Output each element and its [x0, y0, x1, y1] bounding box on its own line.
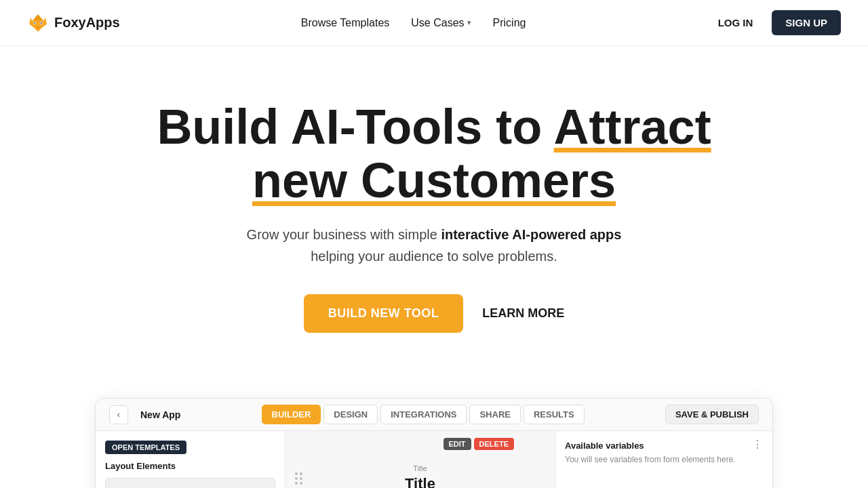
center-panel: EDIT DELETE Title Title 👆: [285, 431, 555, 488]
save-publish-button[interactable]: SAVE & PUBLISH: [665, 405, 759, 424]
fox-logo-icon: [27, 12, 49, 34]
tab-integrations[interactable]: INTEGRATIONS: [380, 405, 467, 424]
app-tabs: BUILDER DESIGN INTEGRATIONS SHARE RESULT…: [194, 405, 652, 424]
nav-actions: LOG IN SIGN UP: [707, 10, 841, 35]
delete-button[interactable]: DELETE: [474, 438, 514, 450]
title-block: Title Title: [405, 464, 435, 488]
nav-link-use-cases[interactable]: Use Cases ▾: [411, 17, 471, 29]
left-panel: OPEN TEMPLATES Layout Elements: [96, 431, 285, 488]
edit-button[interactable]: EDIT: [443, 438, 471, 450]
signup-button[interactable]: SIGN UP: [772, 10, 841, 35]
logo-text: FoxyApps: [54, 15, 120, 30]
title-value-text: Title: [405, 475, 435, 488]
app-title: New App: [140, 409, 180, 420]
learn-more-button[interactable]: LEARN MORE: [482, 306, 564, 321]
hero-subtitle: Grow your business with simple interacti…: [27, 224, 841, 267]
tab-share[interactable]: SHARE: [469, 405, 521, 424]
drag-handle[interactable]: [295, 472, 302, 485]
more-options-icon[interactable]: ⋮: [752, 438, 763, 451]
navbar: FoxyApps Browse Templates Use Cases ▾ Pr…: [0, 0, 868, 46]
right-panel: ⋮ Available variables You will see varia…: [555, 431, 772, 488]
nav-link-pricing[interactable]: Pricing: [493, 17, 526, 29]
login-button[interactable]: LOG IN: [707, 12, 764, 34]
layout-elements-label: Layout Elements: [105, 461, 275, 471]
back-button[interactable]: ‹: [109, 405, 128, 424]
app-preview: ‹ New App BUILDER DESIGN INTEGRATIONS SH…: [95, 398, 773, 488]
edit-delete-bar: EDIT DELETE: [443, 438, 514, 450]
hero-buttons: BUILD NEW TOOL LEARN MORE: [27, 294, 841, 333]
title-label-text: Title: [405, 464, 435, 472]
logo[interactable]: FoxyApps: [27, 12, 120, 34]
search-input[interactable]: [105, 478, 275, 488]
build-new-tool-button[interactable]: BUILD NEW TOOL: [304, 294, 464, 333]
svg-marker-2: [38, 14, 43, 21]
nav-link-browse-templates[interactable]: Browse Templates: [301, 17, 389, 29]
tab-results[interactable]: RESULTS: [524, 405, 585, 424]
open-templates-badge[interactable]: OPEN TEMPLATES: [105, 441, 186, 454]
app-preview-body: OPEN TEMPLATES Layout Elements EDIT DELE…: [96, 431, 772, 488]
svg-point-6: [41, 22, 42, 24]
nav-links: Browse Templates Use Cases ▾ Pricing: [301, 17, 526, 29]
tab-design[interactable]: DESIGN: [323, 405, 378, 424]
svg-marker-1: [33, 14, 38, 21]
svg-point-5: [34, 22, 35, 24]
available-vars-subtitle: You will see variables from form element…: [565, 455, 763, 464]
available-vars-title: Available variables: [565, 441, 763, 451]
tab-builder[interactable]: BUILDER: [262, 405, 321, 424]
hero-title: Build AI-Tools to Attract new Customers: [27, 100, 841, 207]
chevron-down-icon: ▾: [467, 18, 471, 27]
hero-section: Build AI-Tools to Attract new Customers …: [0, 46, 868, 398]
app-preview-header: ‹ New App BUILDER DESIGN INTEGRATIONS SH…: [96, 399, 772, 431]
